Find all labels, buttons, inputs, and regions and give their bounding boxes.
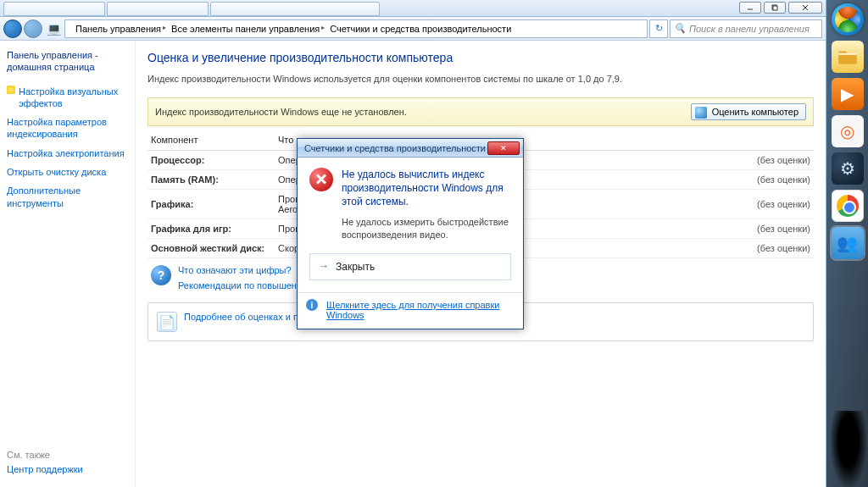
browser-tab[interactable] <box>3 2 105 16</box>
origin-icon[interactable]: ◎ <box>832 115 864 147</box>
rate-computer-button[interactable]: Оценить компьютер <box>691 103 806 120</box>
th-score <box>729 130 814 151</box>
forward-button[interactable] <box>24 19 42 38</box>
dialog-titlebar[interactable]: Счетчики и средства производительности ✕ <box>298 139 523 158</box>
location-icon: 💻 <box>44 19 63 38</box>
refresh-button[interactable]: ↻ <box>649 19 668 38</box>
cell-score: (без оценки) <box>729 219 814 239</box>
sidebar-item-power[interactable]: Настройка электропитания <box>7 144 128 163</box>
sidebar-item-visual-effects[interactable]: Настройка визуальных эффектов <box>7 82 128 113</box>
svg-rect-2 <box>773 6 777 10</box>
dialog-help-link[interactable]: Щелкните здесь для получения справки Win… <box>326 300 499 320</box>
browser-tab[interactable] <box>210 2 380 16</box>
sidebar-item-disk-cleanup[interactable]: Открыть очистку диска <box>7 163 128 181</box>
search-placeholder: Поиск в панели управления <box>689 24 810 34</box>
cell-component: Процессор: <box>147 151 275 170</box>
breadcrumb[interactable]: Панель управления Все элементы панели уп… <box>64 19 648 38</box>
search-icon: 🔍 <box>674 23 686 35</box>
sidebar-item-advanced-tools[interactable]: Дополнительные инструменты <box>7 181 128 213</box>
details-icon: 📄 <box>157 312 177 332</box>
breadcrumb-item[interactable]: Панель управления <box>69 24 164 34</box>
cell-score: (без оценки) <box>729 239 814 258</box>
cell-component: Основной жесткий диск: <box>147 239 275 258</box>
browser-tab[interactable] <box>107 2 209 16</box>
sidebar-home-link[interactable]: Панель управления - домашняя страница <box>7 49 128 74</box>
sidebar-item-indexing[interactable]: Настройка параметров индексирования <box>7 113 128 144</box>
cell-score: (без оценки) <box>729 170 814 190</box>
page-title: Оценка и увеличение производительности к… <box>147 51 814 64</box>
address-bar: 💻 Панель управления Все элементы панели … <box>0 17 826 41</box>
start-button[interactable] <box>832 3 864 36</box>
taskbar-dock: ▶ ◎ ⚙ 👥 <box>826 0 868 487</box>
breadcrumb-item[interactable]: Все элементы панели управления <box>164 24 323 34</box>
notice-bar: Индекс производительности Windows еще не… <box>147 97 814 126</box>
steam-icon[interactable]: ⚙ <box>832 152 864 185</box>
cell-score: (без оценки) <box>729 151 814 170</box>
minimize-button[interactable] <box>739 2 761 14</box>
error-icon <box>309 168 333 191</box>
dialog-heading: Не удалось вычислить индекс производител… <box>342 168 511 209</box>
media-player-icon[interactable]: ▶ <box>832 78 864 110</box>
see-also-label: См. также <box>7 450 128 460</box>
sidebar: Панель управления - домашняя страница На… <box>0 41 136 487</box>
cell-score: (без оценки) <box>729 190 814 219</box>
error-dialog: Счетчики и средства производительности ✕… <box>297 138 524 329</box>
sidebar-item-support[interactable]: Центр поддержки <box>7 460 128 479</box>
cell-component: Графика для игр: <box>147 219 275 239</box>
cell-component: Графика: <box>147 190 275 219</box>
restore-button[interactable] <box>764 2 786 14</box>
dialog-title: Счетчики и средства производительности <box>301 143 487 153</box>
messenger-icon[interactable]: 👥 <box>832 227 864 259</box>
titlebar <box>0 0 826 17</box>
th-component: Компонент <box>147 130 275 151</box>
page-description: Индекс производительности Windows исполь… <box>147 73 814 86</box>
breadcrumb-item[interactable]: Счетчики и средства производительности <box>323 24 515 34</box>
question-icon: ? <box>151 265 171 285</box>
chrome-icon[interactable] <box>832 190 864 222</box>
close-window-button[interactable] <box>788 2 822 14</box>
notice-text: Индекс производительности Windows еще не… <box>155 107 407 117</box>
search-input[interactable]: 🔍 Поиск в панели управления <box>670 19 822 38</box>
dialog-close-button[interactable]: ✕ <box>487 141 520 155</box>
browser-tabs <box>0 0 736 16</box>
back-button[interactable] <box>3 19 22 38</box>
mouse-shadow <box>831 411 866 487</box>
dialog-subtext: Не удалось измерить быстродействие воспр… <box>342 216 511 242</box>
cell-component: Память (RAM): <box>147 170 275 190</box>
explorer-icon[interactable] <box>832 41 864 73</box>
dialog-close-action[interactable]: Закрыть <box>309 253 511 280</box>
